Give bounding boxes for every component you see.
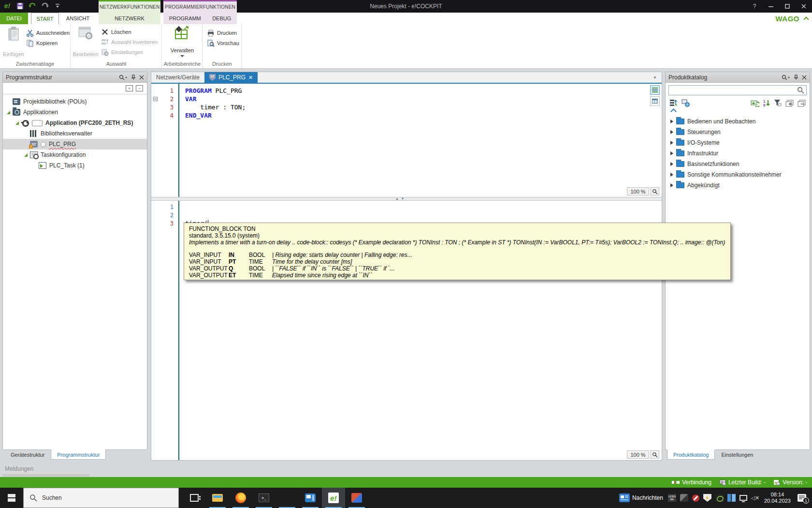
refresh-images-icon[interactable] <box>751 99 759 107</box>
tabular-view-button[interactable] <box>650 96 660 106</box>
expand-all-icon[interactable] <box>785 100 794 107</box>
tab-plc-prg[interactable]: ST PLC_PRG ✕ <box>204 72 258 83</box>
delete-button[interactable]: Löschen <box>101 27 131 36</box>
panel-search-icon[interactable] <box>119 75 128 80</box>
code-line[interactable]: 4END_VAR <box>151 111 662 120</box>
tab-overflow-icon[interactable]: ▼ <box>653 75 657 80</box>
tab-netzwerk-geraete[interactable]: Netzwerk/Geräte <box>151 72 204 83</box>
taskbar-app-remote[interactable] <box>345 488 368 508</box>
invert-selection-button[interactable]: Auswahl invertieren <box>101 37 158 46</box>
implementation-zoom-button[interactable] <box>651 450 659 459</box>
sort-icon[interactable]: 19 <box>763 99 770 107</box>
pin-icon[interactable] <box>794 75 798 80</box>
taskbar-app-terminal[interactable]: >_ <box>252 488 276 508</box>
tab-close-icon[interactable]: ✕ <box>248 75 253 81</box>
print-button[interactable]: Drucken <box>207 28 237 37</box>
tab-programm[interactable]: PROGRAMM <box>169 15 201 21</box>
save-icon[interactable] <box>15 1 24 10</box>
defender-tray-icon[interactable] <box>703 494 711 502</box>
panel-close-icon[interactable] <box>139 75 144 80</box>
devices-tray-icon[interactable] <box>727 494 736 502</box>
taskbar-search[interactable]: Suchen <box>23 488 179 508</box>
messages-collapsed-bar[interactable] <box>2 474 89 477</box>
collapse-all-icon[interactable] <box>798 100 806 107</box>
collapse-all-icon[interactable]: − <box>136 85 143 91</box>
code-line[interactable]: 2 <box>151 211 662 219</box>
volume-muted-tray-icon[interactable]: ◁✕ <box>751 494 759 502</box>
catalog-search-input[interactable] <box>668 85 807 95</box>
minimize-button[interactable] <box>763 0 779 13</box>
taskbar-app-firefox[interactable] <box>229 488 252 508</box>
splitter-arrows-icon[interactable]: ▲ ▼ <box>395 197 405 200</box>
help-button[interactable]: ? <box>746 0 763 13</box>
declaration-editor[interactable]: 1PROGRAM PLC_PRG2VAR3 timer : TON;4END_V… <box>151 83 662 197</box>
collapsed-arrow-icon[interactable] <box>670 183 673 187</box>
catalog-tree-item[interactable]: Abgekündigt <box>666 180 810 191</box>
edit-button[interactable]: Bearbeiten <box>74 26 97 57</box>
catalog-tree-item[interactable]: Bedienen und Beobachten <box>666 116 810 127</box>
collapsed-arrow-icon[interactable] <box>670 120 673 123</box>
start-button[interactable] <box>0 488 23 508</box>
network-view-icon[interactable] <box>682 99 690 107</box>
tab-start[interactable]: START <box>31 13 59 24</box>
panel-close-icon[interactable] <box>802 75 807 80</box>
blocked-tray-icon[interactable] <box>692 494 699 502</box>
editor-splitter[interactable]: ▲ ▼ <box>151 197 662 201</box>
tree-item[interactable]: Taskkonfiguration <box>3 149 147 160</box>
tab-ansicht[interactable]: ANSICHT <box>62 13 94 24</box>
tab-einstellungen[interactable]: Einstellungen <box>715 450 759 460</box>
paste-button[interactable]: Einfügen <box>2 26 25 57</box>
version-status[interactable]: ei Version: - <box>773 479 807 486</box>
tab-datei[interactable]: DATEI <box>0 13 28 24</box>
license-tray-icon[interactable]: LICEN MA <box>668 494 676 502</box>
messages-label[interactable]: Meldungen <box>5 465 33 472</box>
code-line[interactable]: 1PROGRAM PLC_PRG <box>151 87 662 95</box>
declaration-zoom-button[interactable] <box>651 187 659 195</box>
undo-icon[interactable] <box>28 1 37 10</box>
close-button[interactable] <box>796 0 812 13</box>
implementation-zoom-level[interactable]: 100 % <box>627 450 649 459</box>
taskbar-clock[interactable]: 08:14 20.04.2023 <box>764 492 791 504</box>
taskbar-app-mail[interactable] <box>299 488 322 508</box>
textual-view-button[interactable] <box>650 85 660 95</box>
onedrive-tray-icon[interactable] <box>680 494 688 502</box>
application-checkbox[interactable] <box>32 120 43 126</box>
catalog-tree-item[interactable]: Steuerungen <box>666 127 810 137</box>
preview-button[interactable]: Vorschau <box>207 38 239 47</box>
display-tray-icon[interactable] <box>740 495 747 501</box>
maximize-button[interactable] <box>779 0 796 13</box>
cut-button[interactable]: Ausschneiden <box>26 28 70 37</box>
expand-all-icon[interactable]: + <box>126 85 133 91</box>
tree-item[interactable]: PLC_Task (1) <box>3 160 147 171</box>
catalog-tree-item[interactable]: Infrastruktur <box>666 148 810 159</box>
notification-center-button[interactable]: 1 <box>796 493 808 503</box>
expand-arrow-icon[interactable] <box>24 153 28 157</box>
connection-status[interactable]: Verbindung <box>672 479 711 486</box>
copy-button[interactable]: Kopieren <box>26 38 58 47</box>
device-list-view-icon[interactable] <box>669 99 678 107</box>
taskbar-app-ecockpit[interactable]: e! <box>322 488 345 508</box>
tab-programmstruktur[interactable]: Programmstruktur <box>51 449 106 460</box>
tab-ger-testruktur[interactable]: Gerätestruktur <box>4 450 51 460</box>
collapsed-arrow-icon[interactable] <box>670 151 673 155</box>
last-build-status[interactable]: i Letzter Build: - <box>719 479 766 486</box>
tab-produktkatalog[interactable]: Produktkatalog <box>667 449 715 460</box>
settings-button[interactable]: Einstellungen <box>101 47 143 57</box>
collapse-ribbon-icon[interactable] <box>803 16 809 22</box>
taskbar-app-explorer[interactable] <box>206 488 229 508</box>
collapsed-arrow-icon[interactable] <box>670 162 673 166</box>
code-line[interactable]: 3 timer : TON; <box>151 103 662 111</box>
tab-netzwerk[interactable]: NETZWERK <box>115 15 145 21</box>
expand-arrow-icon[interactable] <box>7 111 10 114</box>
panel-search-icon[interactable] <box>782 75 790 80</box>
tab-debug[interactable]: DEBUG <box>212 15 231 21</box>
tree-item[interactable]: STPLC_PRG <box>3 139 147 149</box>
code-line[interactable]: 2VAR <box>151 95 662 103</box>
tree-item[interactable]: Application (PFC200_2ETH_RS) <box>3 118 147 128</box>
filter-icon[interactable] <box>774 99 782 107</box>
collapsed-arrow-icon[interactable] <box>670 130 673 134</box>
taskbar-app-settings[interactable] <box>276 488 299 508</box>
catalog-tree-item[interactable]: Sonstige Kommunikationsteilnehmer <box>666 169 810 180</box>
collapsed-arrow-icon[interactable] <box>670 141 673 145</box>
catalog-tree-item[interactable]: Basisnetzfunktionen <box>666 159 810 169</box>
